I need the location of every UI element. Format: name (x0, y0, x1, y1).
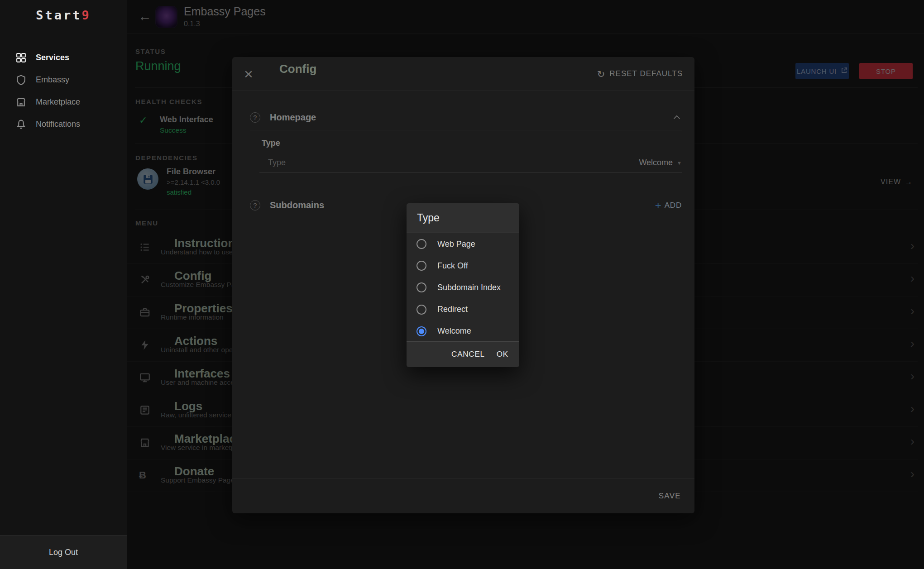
radio-option-label: Web Page (437, 239, 475, 249)
sidebar-item-label: Marketplace (36, 97, 80, 107)
radio-option-web-page[interactable]: Web Page (407, 233, 519, 255)
storefront-icon (15, 96, 27, 108)
screen: Start9 Services Embassy Marketplace (0, 0, 924, 569)
sidebar-item-embassy[interactable]: Embassy (0, 69, 127, 91)
logout-label: Log Out (49, 548, 78, 557)
radio-option-label: Redirect (437, 305, 468, 314)
type-radio-group: Web Page Fuck Off Subdomain Index Redire… (407, 233, 519, 342)
sidebar-nav: Services Embassy Marketplace Notificatio… (0, 47, 127, 135)
sidebar-item-label: Notifications (36, 120, 80, 129)
grid-icon (15, 52, 27, 63)
logo-nine: 9 (82, 8, 91, 22)
sidebar-item-label: Embassy (36, 75, 69, 85)
radio-option-label: Fuck Off (437, 261, 468, 271)
ok-button[interactable]: OK (497, 350, 508, 359)
radio-icon[interactable] (417, 282, 426, 292)
radio-option-label: Welcome (437, 326, 471, 336)
type-dialog: Type Web Page Fuck Off Subdomain Index R… (407, 203, 519, 367)
type-dialog-title: Type (407, 203, 519, 233)
cancel-button[interactable]: CANCEL (451, 350, 485, 359)
sidebar: Start9 Services Embassy Marketplace (0, 0, 127, 569)
radio-icon-selected[interactable] (417, 326, 426, 336)
shield-icon (15, 74, 27, 86)
radio-icon[interactable] (417, 305, 426, 315)
logout-button[interactable]: Log Out (0, 535, 127, 569)
radio-option-fuck-off[interactable]: Fuck Off (407, 255, 519, 277)
sidebar-item-notifications[interactable]: Notifications (0, 113, 127, 135)
sidebar-item-services[interactable]: Services (0, 47, 127, 69)
dialog-backdrop[interactable] (127, 0, 924, 569)
sidebar-item-label: Services (36, 53, 69, 62)
radio-option-redirect[interactable]: Redirect (407, 299, 519, 320)
radio-icon[interactable] (417, 239, 426, 249)
bell-icon (15, 119, 27, 130)
radio-option-subdomain-index[interactable]: Subdomain Index (407, 277, 519, 298)
type-dialog-actions: CANCEL OK (407, 342, 519, 367)
radio-option-welcome[interactable]: Welcome (407, 320, 519, 342)
logo-text: Start (36, 8, 81, 22)
radio-icon[interactable] (417, 261, 426, 271)
sidebar-item-marketplace[interactable]: Marketplace (0, 91, 127, 113)
radio-option-label: Subdomain Index (437, 283, 501, 292)
start9-logo: Start9 (0, 8, 127, 22)
